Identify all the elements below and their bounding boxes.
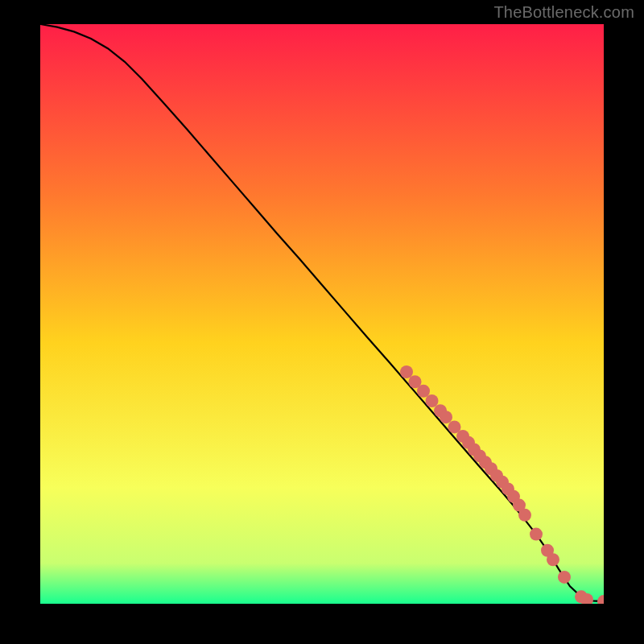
chart-svg	[40, 24, 604, 604]
data-point	[518, 509, 531, 522]
data-point	[530, 528, 543, 541]
plot-area	[40, 24, 604, 604]
data-point	[417, 385, 430, 398]
data-point	[440, 411, 452, 423]
chart-frame: TheBottleneck.com	[0, 0, 644, 644]
attribution-label: TheBottleneck.com	[493, 3, 634, 22]
data-point	[426, 394, 439, 407]
data-point	[547, 553, 559, 566]
data-point	[400, 365, 413, 378]
data-point	[558, 571, 571, 584]
